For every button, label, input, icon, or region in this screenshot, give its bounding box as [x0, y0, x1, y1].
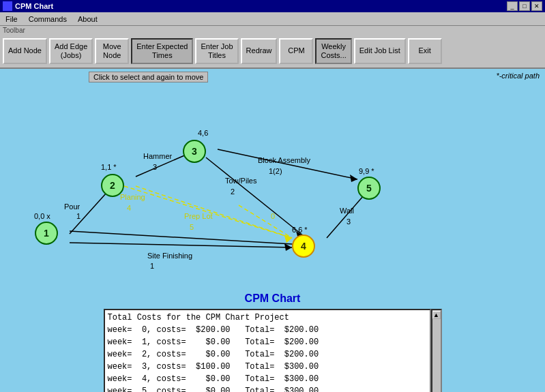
redraw-button[interactable]: Redraw: [241, 38, 278, 64]
cpm-button[interactable]: CPM: [279, 38, 313, 64]
toolbar-label: Toolbar: [0, 26, 545, 35]
title-controls: _ □ ✕: [507, 1, 542, 11]
node-4[interactable]: 4: [292, 235, 315, 258]
app-icon: [3, 1, 12, 11]
svg-line-7: [218, 149, 357, 179]
move-node-button[interactable]: Move Node: [95, 38, 129, 64]
enter-job-titles-button[interactable]: Enter Job Titles: [195, 38, 238, 64]
node5-earlylatetimes: 9,9 *: [359, 167, 374, 175]
canvas-area[interactable]: Click to select and again to move *-crit…: [0, 69, 545, 287]
minimize-button[interactable]: _: [507, 1, 518, 11]
title-bar: CPM Chart _ □ ✕: [0, 0, 545, 12]
edge-svg: [0, 69, 545, 287]
toolbar: Add Node Add Edge (Jobs) Move Node Enter…: [0, 35, 545, 69]
menu-commands[interactable]: Commands: [26, 14, 70, 25]
cost-row: week= 4, costs= $0.00 Total= $300.00: [108, 373, 427, 385]
maximize-button[interactable]: □: [519, 1, 530, 11]
scrollbar-up[interactable]: ▲: [432, 311, 441, 319]
node-2[interactable]: 2: [101, 174, 124, 197]
edge-pour-label: Pour: [64, 202, 80, 211]
weekly-costs-button[interactable]: Weekly Costs...: [315, 38, 351, 64]
node-5[interactable]: 5: [357, 177, 381, 200]
edge-towpiles-weight: 2: [231, 187, 235, 196]
cpm-chart-title: CPM Chart: [245, 292, 301, 305]
enter-expected-times-button[interactable]: Enter Expected Times: [131, 38, 193, 64]
edge-blockassembly-label: Block Assembly: [258, 156, 310, 164]
cost-table-header: Total Costs for the CPM Chart Project: [108, 312, 427, 324]
add-node-button[interactable]: Add Node: [3, 38, 47, 64]
edge-hammer-weight: 3: [153, 163, 157, 171]
svg-line-1: [70, 231, 304, 245]
edge-blockassembly-weight: 1(2): [269, 167, 282, 175]
edit-job-list-button[interactable]: Edit Job List: [354, 38, 406, 64]
edge-sitefinishing-weight: 1: [150, 262, 154, 270]
menu-file[interactable]: File: [3, 14, 20, 25]
edge-planing-weight: 4: [127, 204, 131, 212]
app-title: CPM Chart: [15, 2, 53, 10]
exit-button[interactable]: Exit: [408, 38, 442, 64]
cost-row: week= 0, costs= $200.00 Total= $200.00: [108, 324, 427, 336]
edge-wall-weight: 3: [347, 217, 351, 226]
cost-row: week= 2, costs= $0.00 Total= $200.00: [108, 348, 427, 361]
node4-earlylatetimes: 6,6 *: [292, 226, 308, 234]
svg-line-16: [70, 243, 292, 247]
cost-rows: week= 0, costs= $200.00 Total= $200.00we…: [108, 324, 427, 392]
edge-preplot-label: Prep Lot: [184, 212, 213, 220]
edge-pour-weight: 1: [76, 212, 80, 220]
edge-planing-label: Planing: [120, 193, 145, 201]
edge-hammer-label: Hammer: [143, 152, 172, 160]
svg-line-9: [206, 157, 304, 236]
edge-towpiles-label: Tow/Piles: [225, 177, 256, 185]
cost-row: week= 5, costs= $0.00 Total= $300.00: [108, 385, 427, 392]
node-1[interactable]: 1: [35, 222, 58, 245]
cost-table-container[interactable]: Total Costs for the CPM Chart Project we…: [104, 309, 431, 392]
node2-earlylatetimes: 1,1 *: [101, 163, 117, 171]
edge-dummy-weight: 0: [271, 212, 275, 220]
add-edge-button[interactable]: Add Edge (Jobs): [49, 38, 93, 64]
cost-row: week= 3, costs= $100.00 Total= $300.00: [108, 361, 427, 373]
menu-about[interactable]: About: [75, 14, 100, 25]
cost-row: week= 1, costs= $0.00 Total= $200.00: [108, 336, 427, 348]
edge-sitefinishing-label: Site Finishing: [147, 252, 192, 260]
menu-bar: File Commands About: [0, 12, 545, 26]
edge-preplot-weight: 5: [190, 223, 194, 231]
cpm-chart-section: CPM Chart Total Costs for the CPM Chart …: [0, 287, 545, 392]
edge-wall-label: Wall: [340, 207, 354, 215]
node1-earlylatetimes: 0,0 x: [34, 212, 50, 220]
close-button[interactable]: ✕: [531, 1, 542, 11]
svg-line-13: [136, 186, 292, 238]
svg-line-14: [239, 205, 292, 238]
node3-earlylatetimes: 4,6: [198, 129, 208, 137]
node-3[interactable]: 3: [183, 140, 206, 163]
svg-marker-8: [350, 175, 357, 182]
